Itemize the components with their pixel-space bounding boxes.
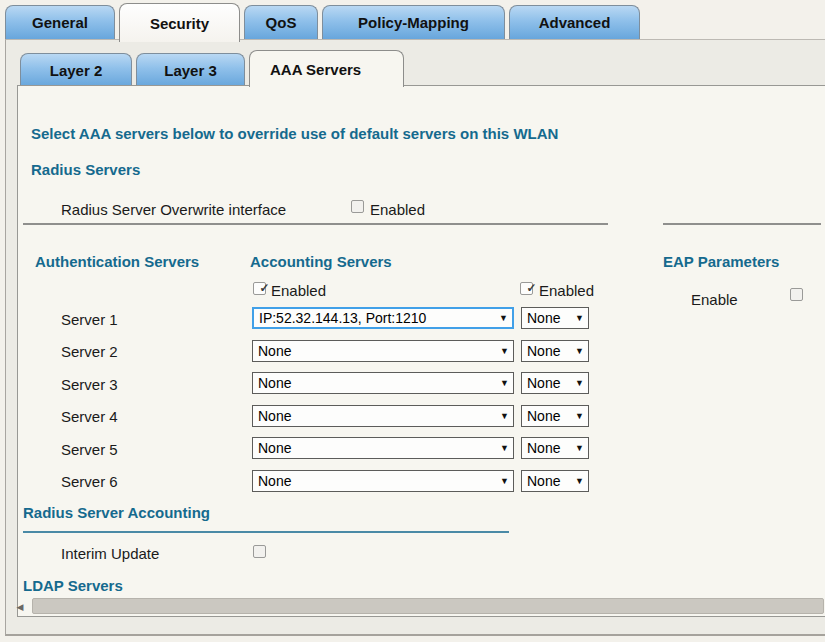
server2-acct-value: None (527, 343, 571, 359)
dropdown-arrow-icon: ▼ (575, 443, 584, 453)
server1-auth-dropdown[interactable]: IP:52.32.144.13, Port:1210▼ (252, 307, 514, 329)
overwrite-interface-label: Radius Server Overwrite interface (61, 201, 286, 218)
eap-parameters-heading: EAP Parameters (663, 253, 779, 270)
server1-label: Server 1 (61, 311, 118, 328)
aaa-servers-panel: Select AAA servers below to override use… (17, 85, 825, 617)
tab-security-label: Security (150, 15, 209, 32)
server4-auth-dropdown[interactable]: None▼ (252, 405, 514, 427)
dropdown-arrow-icon: ▼ (500, 443, 509, 453)
server5-acct-dropdown[interactable]: None▼ (521, 437, 589, 459)
server4-auth-value: None (258, 408, 496, 424)
dropdown-arrow-icon: ▼ (500, 411, 509, 421)
dropdown-arrow-icon: ▼ (500, 378, 509, 388)
scrollbar-left-arrow-icon[interactable]: ◀ (13, 599, 27, 614)
server1-auth-value: IP:52.32.144.13, Port:1210 (259, 310, 495, 326)
server5-auth-value: None (258, 440, 496, 456)
dropdown-arrow-icon: ▼ (500, 476, 509, 486)
server2-acct-dropdown[interactable]: None▼ (521, 340, 589, 362)
eap-enable-checkbox[interactable] (790, 288, 803, 301)
server6-acct-dropdown[interactable]: None▼ (521, 470, 589, 492)
subtab-layer3[interactable]: Layer 3 (136, 53, 245, 86)
acct-enabled-label: Enabled (539, 282, 594, 299)
server5-auth-dropdown[interactable]: None▼ (252, 437, 514, 459)
tab-general-label: General (32, 14, 88, 31)
divider-teal (23, 531, 509, 533)
dropdown-arrow-icon: ▼ (575, 476, 584, 486)
tab-security[interactable]: Security (119, 3, 240, 42)
dropdown-arrow-icon: ▼ (575, 313, 584, 323)
server5-acct-value: None (527, 440, 571, 456)
server6-auth-value: None (258, 473, 496, 489)
tab-advanced[interactable]: Advanced (509, 5, 640, 39)
radius-server-accounting-heading: Radius Server Accounting (23, 504, 210, 521)
subtab-layer2-label: Layer 2 (50, 62, 103, 79)
tab-policy-mapping-label: Policy-Mapping (358, 14, 469, 31)
server6-auth-dropdown[interactable]: None▼ (252, 470, 514, 492)
dropdown-arrow-icon: ▼ (575, 411, 584, 421)
tab-general[interactable]: General (5, 5, 115, 39)
tab-advanced-label: Advanced (539, 14, 611, 31)
server4-acct-value: None (527, 408, 571, 424)
authentication-servers-heading: Authentication Servers (35, 253, 199, 270)
server3-label: Server 3 (61, 376, 118, 393)
accounting-servers-heading: Accounting Servers (250, 253, 392, 270)
instruction-text: Select AAA servers below to override use… (31, 125, 558, 142)
overwrite-enabled-label: Enabled (370, 201, 425, 218)
server6-acct-value: None (527, 473, 571, 489)
server2-auth-dropdown[interactable]: None▼ (252, 340, 514, 362)
acct-enabled-checkbox[interactable]: ✓ (520, 282, 533, 295)
server1-acct-value: None (527, 310, 571, 326)
server6-label: Server 6 (61, 473, 118, 490)
server4-acct-dropdown[interactable]: None▼ (521, 405, 589, 427)
dropdown-arrow-icon: ▼ (499, 313, 508, 323)
eap-enable-label: Enable (691, 291, 738, 308)
dropdown-arrow-icon: ▼ (575, 346, 584, 356)
server3-auth-value: None (258, 375, 496, 391)
divider-right (663, 223, 821, 225)
divider-left (23, 223, 608, 225)
auth-enabled-label: Enabled (271, 282, 326, 299)
tab-qos[interactable]: QoS (244, 5, 318, 39)
horizontal-scrollbar[interactable] (32, 598, 824, 614)
subtab-layer3-label: Layer 3 (164, 62, 217, 79)
tab-qos-label: QoS (266, 14, 297, 31)
dropdown-arrow-icon: ▼ (500, 346, 509, 356)
overwrite-enabled-checkbox[interactable] (351, 200, 364, 213)
dropdown-arrow-icon: ▼ (575, 378, 584, 388)
server4-label: Server 4 (61, 408, 118, 425)
server1-acct-dropdown[interactable]: None▼ (521, 307, 589, 329)
tab-policy-mapping[interactable]: Policy-Mapping (322, 5, 505, 39)
server3-auth-dropdown[interactable]: None▼ (252, 372, 514, 394)
server2-label: Server 2 (61, 343, 118, 360)
interim-update-label: Interim Update (61, 545, 159, 562)
auth-enabled-checkbox[interactable]: ✓ (253, 282, 266, 295)
server3-acct-value: None (527, 375, 571, 391)
subtab-aaa-servers-label: AAA Servers (270, 61, 361, 78)
server5-label: Server 5 (61, 441, 118, 458)
subtab-aaa-servers[interactable]: AAA Servers (249, 50, 404, 87)
server2-auth-value: None (258, 343, 496, 359)
interim-update-checkbox[interactable] (253, 545, 266, 558)
subtab-layer2[interactable]: Layer 2 (20, 53, 132, 86)
check-icon: ✓ (527, 283, 537, 294)
ldap-servers-heading: LDAP Servers (23, 577, 123, 594)
radius-servers-heading: Radius Servers (31, 161, 140, 178)
server3-acct-dropdown[interactable]: None▼ (521, 372, 589, 394)
check-icon: ✓ (260, 283, 270, 294)
